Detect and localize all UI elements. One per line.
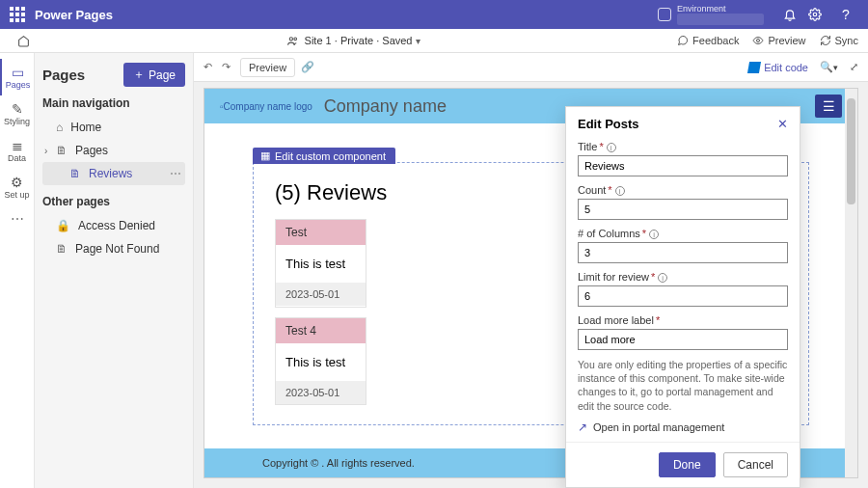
environment-icon	[658, 8, 671, 21]
home-icon[interactable]	[17, 35, 30, 47]
component-icon: ▦	[260, 149, 270, 162]
rail-data[interactable]: ≣Data	[0, 132, 34, 169]
sidebar-title: Pages	[42, 67, 85, 83]
canvas-area: ↶ ↷ Preview 🔗 Edit code 🔍▾ ⤢ ▫Company na…	[194, 53, 868, 488]
info-icon[interactable]: i	[658, 273, 667, 283]
review-card: Test This is test 2023-05-01	[275, 219, 366, 308]
component-tag[interactable]: ▦Edit custom component	[253, 148, 395, 164]
people-icon	[286, 35, 299, 47]
card-timestamp: 2023-05-01	[276, 381, 366, 404]
fullscreen-icon[interactable]: ⤢	[850, 61, 858, 73]
left-rail: ▭Pages ✎Styling ≣Data ⚙Set up ⋯	[0, 53, 35, 488]
canvas-toolbar: ↶ ↷ Preview 🔗 Edit code 🔍▾ ⤢	[194, 53, 868, 82]
undo-icon[interactable]: ↶	[203, 61, 212, 73]
nav-pages[interactable]: ›🗎Pages	[42, 139, 185, 162]
external-link-icon: ↗	[578, 420, 587, 434]
card-body: This is test	[276, 343, 366, 381]
site-name: Company name	[324, 96, 447, 117]
svg-point-1	[289, 37, 292, 40]
nav-reviews[interactable]: 🗎Reviews⋯	[42, 162, 185, 185]
field-label-count: Count*i	[578, 184, 788, 196]
info-icon[interactable]: i	[615, 186, 625, 196]
settings-icon[interactable]	[808, 8, 833, 21]
card-title: Test	[285, 226, 307, 239]
loadmore-input[interactable]	[578, 329, 788, 350]
plus-icon: ＋	[133, 67, 145, 83]
field-label-loadmore: Load more label*	[578, 314, 788, 326]
section-other: Other pages	[42, 195, 185, 208]
environment-picker[interactable]: Environment	[658, 4, 764, 25]
edit-code-button[interactable]: Edit code	[748, 62, 808, 73]
product-title: Power Pages	[35, 8, 113, 22]
cancel-button[interactable]: Cancel	[723, 452, 788, 477]
rail-setup[interactable]: ⚙Set up	[0, 169, 34, 205]
close-icon[interactable]: ✕	[777, 117, 788, 131]
rail-more[interactable]: ⋯	[11, 211, 24, 227]
chevron-right-icon[interactable]: ›	[44, 146, 47, 156]
info-icon[interactable]: i	[607, 143, 616, 152]
field-label-cols: # of Columns*i	[578, 228, 788, 239]
info-icon[interactable]: i	[649, 230, 659, 239]
vscode-icon	[747, 62, 761, 73]
rail-styling[interactable]: ✎Styling	[0, 95, 34, 132]
card-timestamp: 2023-05-01	[276, 283, 366, 306]
panel-note: You are only editing the properties of a…	[578, 358, 788, 413]
limit-input[interactable]	[578, 285, 788, 307]
open-portal-link[interactable]: ↗ Open in portal management	[578, 420, 788, 434]
page-icon: 🗎	[56, 242, 68, 256]
nav-home[interactable]: ⌂Home	[42, 116, 185, 139]
site-bar: Site 1 · Private · Saved ▾ Feedback Prev…	[0, 29, 868, 53]
edit-posts-panel: Edit Posts ✕ Title*i Count*i # of Column…	[565, 106, 800, 488]
preview-link[interactable]: Preview	[752, 35, 805, 46]
sync-link[interactable]: Sync	[820, 35, 858, 46]
environment-value	[677, 14, 764, 25]
new-page-button[interactable]: ＋Page	[123, 63, 185, 87]
panel-title: Edit Posts	[578, 117, 777, 131]
link-icon[interactable]: 🔗	[301, 61, 314, 73]
feedback-link[interactable]: Feedback	[677, 35, 739, 46]
done-button[interactable]: Done	[659, 452, 716, 477]
cols-input[interactable]	[578, 242, 788, 263]
card-body: This is test	[276, 245, 366, 283]
chevron-down-icon[interactable]: ▾	[416, 36, 420, 46]
field-label-title: Title*i	[578, 141, 788, 152]
page-icon: 🗎	[69, 167, 81, 180]
card-title: Test 4	[285, 324, 316, 338]
lock-icon: 🔒	[56, 219, 70, 232]
title-input[interactable]	[578, 155, 788, 176]
site-status[interactable]: Site 1 · Private · Saved	[305, 35, 413, 46]
svg-point-2	[293, 37, 296, 40]
section-main-nav: Main navigation	[42, 96, 185, 110]
site-logo-placeholder: ▫Company name logo	[220, 101, 312, 112]
app-launcher-icon[interactable]	[10, 7, 25, 22]
preview-button[interactable]: Preview	[240, 58, 295, 77]
review-card: Test 4 This is test 2023-05-01	[275, 317, 366, 405]
page-icon: 🗎	[56, 144, 68, 157]
help-icon[interactable]: ?	[833, 7, 858, 22]
zoom-icon[interactable]: 🔍▾	[820, 61, 838, 73]
svg-point-0	[813, 13, 817, 16]
environment-label: Environment	[677, 4, 764, 14]
count-input[interactable]	[578, 199, 788, 220]
home-icon: ⌂	[56, 121, 63, 134]
sidebar: Pages ＋Page Main navigation ⌂Home ›🗎Page…	[35, 53, 194, 488]
svg-point-3	[757, 40, 760, 42]
nav-access-denied[interactable]: 🔒Access Denied	[42, 214, 185, 237]
rail-pages[interactable]: ▭Pages	[0, 59, 34, 95]
more-icon[interactable]: ⋯	[170, 167, 181, 180]
app-bar: Power Pages Environment ?	[0, 0, 868, 29]
redo-icon[interactable]: ↷	[222, 61, 231, 73]
nav-not-found[interactable]: 🗎Page Not Found	[42, 237, 185, 260]
scrollbar-thumb[interactable]	[847, 98, 855, 204]
field-label-limit: Limit for review*i	[578, 271, 788, 283]
notifications-icon[interactable]	[783, 8, 808, 21]
hamburger-icon[interactable]: ☰	[815, 95, 842, 118]
